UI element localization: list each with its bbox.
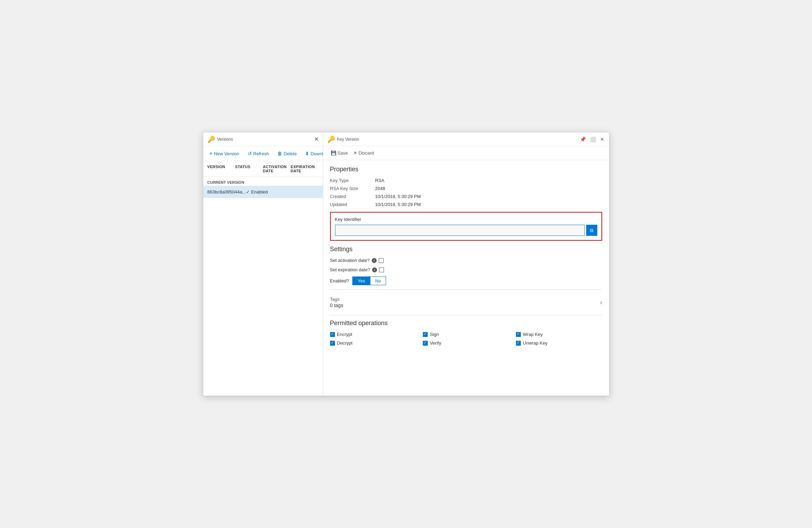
right-title-icons: 📌 ⬜ ✕ xyxy=(579,136,605,143)
right-toolbar: 💾 Save ✕ Discard xyxy=(323,146,609,160)
created-value: 10/1/2018, 5:30:29 PM xyxy=(375,194,421,199)
activation-date-row: Set activation date? i xyxy=(330,258,602,263)
permitted-operations-title: Permitted operations xyxy=(330,320,602,327)
settings-title: Settings xyxy=(330,246,602,253)
no-button[interactable]: No xyxy=(370,277,386,285)
updated-value: 10/1/2018, 5:30:29 PM xyxy=(375,202,421,207)
delete-button[interactable]: 🗑 Delete xyxy=(275,149,299,158)
rsa-key-size-value: 2048 xyxy=(375,186,385,191)
yes-button[interactable]: Yes xyxy=(353,277,370,285)
expiration-info-icon[interactable]: i xyxy=(372,267,377,272)
unwrap-key-label: Unwrap Key xyxy=(523,340,548,346)
current-version-label: CURRENT VERSION xyxy=(203,177,323,186)
divider-2 xyxy=(330,315,602,315)
permitted-verify: Verify xyxy=(423,340,509,346)
decrypt-label: Decrypt xyxy=(337,340,353,346)
table-row[interactable]: 863bc8a095044a... ✓ Enabled xyxy=(203,186,323,198)
permitted-wrap-key: Wrap Key xyxy=(516,332,602,337)
expiration-date-row: Set expiration date? i xyxy=(330,267,602,272)
key-type-label: Key Type xyxy=(330,178,375,183)
col-expiration-date: EXPIRATION DATE xyxy=(291,165,319,173)
updated-label: Updated xyxy=(330,202,375,207)
checkmark-icon: ✓ xyxy=(246,189,250,195)
activation-info-icon[interactable]: i xyxy=(372,258,377,263)
right-title-bar: 🔑 Key Version 📌 ⬜ ✕ xyxy=(323,132,609,146)
save-icon: 💾 xyxy=(331,150,336,156)
col-version: VERSION xyxy=(207,165,235,173)
tags-count: 0 tags xyxy=(330,303,343,308)
key-icon: 🔑 xyxy=(207,135,215,143)
table-header: VERSION STATUS ACTIVATION DATE EXPIRATIO… xyxy=(203,161,323,177)
permitted-unwrap-key: Unwrap Key xyxy=(516,340,602,346)
decrypt-checkbox[interactable] xyxy=(330,341,335,346)
key-type-value: RSA xyxy=(375,178,385,183)
divider-1 xyxy=(330,289,602,290)
left-close-button[interactable]: ✕ xyxy=(314,137,319,142)
discard-icon: ✕ xyxy=(353,150,357,156)
left-panel: 🔑 Versions ✕ + New Version ↺ Refresh 🗑 D… xyxy=(203,132,323,396)
right-close-button[interactable]: ✕ xyxy=(599,136,605,143)
left-title-left: 🔑 Versions xyxy=(207,135,233,143)
encrypt-label: Encrypt xyxy=(337,332,352,337)
key-type-row: Key Type RSA xyxy=(330,178,602,183)
wrap-key-checkbox[interactable] xyxy=(516,332,521,337)
activation-date-label: Set activation date? xyxy=(330,258,370,263)
right-content: Properties Key Type RSA RSA Key Size 204… xyxy=(323,160,609,351)
copy-icon: ⧉ xyxy=(590,228,593,233)
permitted-decrypt: Decrypt xyxy=(330,340,416,346)
right-title-left: 🔑 Key Version xyxy=(327,135,359,143)
permitted-sign: Sign xyxy=(423,332,509,337)
discard-button[interactable]: ✕ Discard xyxy=(351,149,376,157)
refresh-button[interactable]: ↺ Refresh xyxy=(246,149,271,158)
right-panel-title: Key Version xyxy=(337,137,359,142)
enabled-row: Enabled? Yes No xyxy=(330,277,602,285)
left-toolbar: + New Version ↺ Refresh 🗑 Delete ⬇ Downl… xyxy=(203,146,323,161)
left-panel-title: Versions xyxy=(217,137,233,142)
new-version-button[interactable]: + New Version xyxy=(207,149,241,158)
copy-button[interactable]: ⧉ xyxy=(586,225,597,236)
tags-title: Tags xyxy=(330,297,343,302)
col-status: STATUS xyxy=(235,165,263,173)
sign-label: Sign xyxy=(430,332,439,337)
pin-button[interactable]: 📌 xyxy=(579,136,587,143)
delete-icon: 🗑 xyxy=(277,151,282,156)
verify-label: Verify xyxy=(430,340,441,346)
key-identifier-label: Key Identifier xyxy=(335,217,597,222)
properties-title: Properties xyxy=(330,166,602,173)
key-id-input-row: ⧉ xyxy=(335,225,597,236)
left-title-bar: 🔑 Versions ✕ xyxy=(203,132,323,146)
tags-left: Tags 0 tags xyxy=(330,297,343,308)
maximize-button[interactable]: ⬜ xyxy=(589,136,597,143)
row-version: 863bc8a095044a... xyxy=(207,189,246,195)
updated-row: Updated 10/1/2018, 5:30:29 PM xyxy=(330,202,602,207)
chevron-right-icon: › xyxy=(600,299,602,306)
key-identifier-input[interactable] xyxy=(335,225,585,236)
refresh-icon: ↺ xyxy=(248,151,252,156)
plus-icon: + xyxy=(210,150,213,157)
row-status: ✓ Enabled xyxy=(246,189,270,195)
save-button[interactable]: 💾 Save xyxy=(329,149,350,157)
rsa-key-size-row: RSA Key Size 2048 xyxy=(330,186,602,191)
enabled-label: Enabled? xyxy=(330,278,349,283)
rsa-key-size-label: RSA Key Size xyxy=(330,186,375,191)
permitted-operations-grid: Encrypt Sign Wrap Key Decrypt Verify xyxy=(330,332,602,346)
unwrap-key-checkbox[interactable] xyxy=(516,341,521,346)
right-key-icon: 🔑 xyxy=(327,135,335,143)
created-label: Created xyxy=(330,194,375,199)
expiration-date-label: Set expiration date? xyxy=(330,267,370,272)
encrypt-checkbox[interactable] xyxy=(330,332,335,337)
right-panel: 🔑 Key Version 📌 ⬜ ✕ 💾 Save ✕ Discard Pro… xyxy=(323,132,609,396)
verify-checkbox[interactable] xyxy=(423,341,428,346)
download-icon: ⬇ xyxy=(305,151,309,156)
created-row: Created 10/1/2018, 5:30:29 PM xyxy=(330,194,602,199)
permitted-encrypt: Encrypt xyxy=(330,332,416,337)
expiration-date-checkbox[interactable] xyxy=(379,267,384,272)
sign-checkbox[interactable] xyxy=(423,332,428,337)
enabled-toggle-group: Yes No xyxy=(352,277,386,285)
col-activation-date: ACTIVATION DATE xyxy=(263,165,291,173)
tags-row[interactable]: Tags 0 tags › xyxy=(330,294,602,311)
wrap-key-label: Wrap Key xyxy=(523,332,543,337)
activation-date-checkbox[interactable] xyxy=(379,258,384,263)
key-identifier-section: Key Identifier ⧉ xyxy=(330,212,602,241)
